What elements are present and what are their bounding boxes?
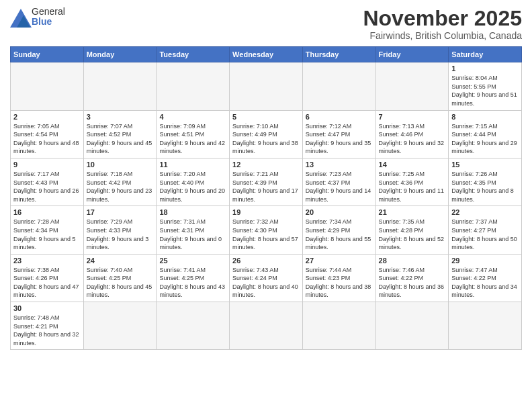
col-tuesday: Tuesday: [157, 47, 230, 62]
day-number: 4: [159, 113, 226, 121]
calendar-week-row: 30Sunrise: 7:48 AMSunset: 4:21 PMDayligh…: [11, 302, 522, 350]
day-number: 23: [13, 257, 81, 265]
calendar-day-cell: 13Sunrise: 7:23 AMSunset: 4:37 PMDayligh…: [302, 158, 375, 205]
logo-line2: Blue: [32, 17, 65, 27]
title-section: November 2025 Fairwinds, British Columbi…: [363, 7, 522, 41]
calendar-day-cell: 17Sunrise: 7:29 AMSunset: 4:33 PMDayligh…: [83, 206, 157, 254]
day-number: 22: [451, 208, 519, 216]
calendar-week-row: 23Sunrise: 7:38 AMSunset: 4:26 PMDayligh…: [11, 254, 522, 302]
day-number: 7: [379, 113, 446, 121]
calendar-day-cell: 26Sunrise: 7:43 AMSunset: 4:24 PMDayligh…: [230, 254, 303, 302]
day-info: Sunrise: 7:10 AMSunset: 4:49 PMDaylight:…: [232, 122, 300, 156]
day-info: Sunrise: 7:43 AMSunset: 4:24 PMDaylight:…: [232, 266, 300, 300]
calendar-day-cell: 12Sunrise: 7:21 AMSunset: 4:39 PMDayligh…: [230, 158, 303, 205]
day-number: 9: [13, 161, 81, 169]
day-number: 25: [159, 257, 226, 265]
day-info: Sunrise: 7:20 AMSunset: 4:40 PMDaylight:…: [159, 170, 226, 203]
day-number: 17: [87, 208, 154, 216]
col-friday: Friday: [375, 47, 449, 62]
day-info: Sunrise: 7:09 AMSunset: 4:51 PMDaylight:…: [159, 122, 226, 156]
calendar-day-cell: 21Sunrise: 7:35 AMSunset: 4:28 PMDayligh…: [375, 206, 449, 254]
calendar-day-cell: 2Sunrise: 7:05 AMSunset: 4:54 PMDaylight…: [11, 110, 84, 158]
month-title: November 2025: [363, 7, 522, 30]
day-info: Sunrise: 7:23 AMSunset: 4:37 PMDaylight:…: [306, 170, 373, 203]
day-info: Sunrise: 7:25 AMSunset: 4:36 PMDaylight:…: [379, 170, 446, 203]
location: Fairwinds, British Columbia, Canada: [363, 30, 522, 41]
calendar-day-cell: [230, 62, 303, 110]
calendar-day-cell: 16Sunrise: 7:28 AMSunset: 4:34 PMDayligh…: [11, 206, 84, 254]
day-number: 5: [232, 113, 300, 121]
day-number: 16: [13, 208, 81, 216]
day-info: Sunrise: 7:35 AMSunset: 4:28 PMDaylight:…: [379, 218, 446, 251]
day-info: Sunrise: 7:15 AMSunset: 4:44 PMDaylight:…: [451, 122, 519, 156]
page: General Blue November 2025 Fairwinds, Br…: [0, 0, 532, 411]
day-info: Sunrise: 7:18 AMSunset: 4:42 PMDaylight:…: [87, 170, 154, 203]
day-info: Sunrise: 7:47 AMSunset: 4:22 PMDaylight:…: [451, 266, 519, 300]
calendar-day-cell: [157, 302, 230, 350]
calendar-day-cell: [157, 62, 230, 110]
logo-icon: [10, 9, 29, 25]
day-info: Sunrise: 7:29 AMSunset: 4:33 PMDaylight:…: [87, 218, 154, 251]
day-number: 12: [232, 161, 300, 169]
calendar: Sunday Monday Tuesday Wednesday Thursday…: [10, 46, 522, 350]
day-info: Sunrise: 7:46 AMSunset: 4:22 PMDaylight:…: [379, 266, 446, 300]
calendar-day-cell: 1Sunrise: 8:04 AMSunset: 5:55 PMDaylight…: [449, 62, 522, 110]
day-info: Sunrise: 8:04 AMSunset: 5:55 PMDaylight:…: [451, 74, 519, 107]
calendar-day-cell: 3Sunrise: 7:07 AMSunset: 4:52 PMDaylight…: [83, 110, 157, 158]
day-number: 10: [87, 161, 154, 169]
calendar-day-cell: [302, 302, 375, 350]
col-thursday: Thursday: [302, 47, 375, 62]
calendar-day-cell: [375, 302, 449, 350]
col-wednesday: Wednesday: [230, 47, 303, 62]
day-info: Sunrise: 7:07 AMSunset: 4:52 PMDaylight:…: [87, 122, 154, 156]
day-number: 3: [87, 113, 154, 121]
day-number: 14: [379, 161, 446, 169]
logo-line1: General: [32, 7, 65, 17]
day-number: 15: [451, 161, 519, 169]
calendar-day-cell: 11Sunrise: 7:20 AMSunset: 4:40 PMDayligh…: [157, 158, 230, 205]
day-info: Sunrise: 7:32 AMSunset: 4:30 PMDaylight:…: [232, 218, 300, 251]
day-info: Sunrise: 7:41 AMSunset: 4:25 PMDaylight:…: [159, 266, 226, 300]
calendar-week-row: 16Sunrise: 7:28 AMSunset: 4:34 PMDayligh…: [11, 206, 522, 254]
col-sunday: Sunday: [11, 47, 84, 62]
day-number: 26: [232, 257, 300, 265]
day-info: Sunrise: 7:12 AMSunset: 4:47 PMDaylight:…: [306, 122, 373, 156]
day-number: 18: [159, 208, 226, 216]
calendar-day-cell: 10Sunrise: 7:18 AMSunset: 4:42 PMDayligh…: [83, 158, 157, 205]
calendar-day-cell: 27Sunrise: 7:44 AMSunset: 4:23 PMDayligh…: [302, 254, 375, 302]
calendar-day-cell: 28Sunrise: 7:46 AMSunset: 4:22 PMDayligh…: [375, 254, 449, 302]
day-info: Sunrise: 7:31 AMSunset: 4:31 PMDaylight:…: [159, 218, 226, 251]
day-info: Sunrise: 7:05 AMSunset: 4:54 PMDaylight:…: [13, 122, 81, 156]
calendar-day-cell: 5Sunrise: 7:10 AMSunset: 4:49 PMDaylight…: [230, 110, 303, 158]
day-info: Sunrise: 7:44 AMSunset: 4:23 PMDaylight:…: [306, 266, 373, 300]
calendar-day-cell: 25Sunrise: 7:41 AMSunset: 4:25 PMDayligh…: [157, 254, 230, 302]
day-number: 30: [13, 304, 81, 312]
day-number: 24: [87, 257, 154, 265]
calendar-day-cell: 29Sunrise: 7:47 AMSunset: 4:22 PMDayligh…: [449, 254, 522, 302]
col-saturday: Saturday: [449, 47, 522, 62]
calendar-day-cell: 19Sunrise: 7:32 AMSunset: 4:30 PMDayligh…: [230, 206, 303, 254]
calendar-day-cell: [230, 302, 303, 350]
calendar-week-row: 1Sunrise: 8:04 AMSunset: 5:55 PMDaylight…: [11, 62, 522, 110]
calendar-day-cell: 14Sunrise: 7:25 AMSunset: 4:36 PMDayligh…: [375, 158, 449, 205]
calendar-day-cell: [449, 302, 522, 350]
calendar-day-cell: 4Sunrise: 7:09 AMSunset: 4:51 PMDaylight…: [157, 110, 230, 158]
calendar-day-cell: [302, 62, 375, 110]
calendar-day-cell: 23Sunrise: 7:38 AMSunset: 4:26 PMDayligh…: [11, 254, 84, 302]
calendar-day-cell: 8Sunrise: 7:15 AMSunset: 4:44 PMDaylight…: [449, 110, 522, 158]
day-info: Sunrise: 7:17 AMSunset: 4:43 PMDaylight:…: [13, 170, 81, 203]
day-number: 2: [13, 113, 81, 121]
calendar-day-cell: [375, 62, 449, 110]
day-info: Sunrise: 7:38 AMSunset: 4:26 PMDaylight:…: [13, 266, 81, 300]
day-number: 21: [379, 208, 446, 216]
day-info: Sunrise: 7:40 AMSunset: 4:25 PMDaylight:…: [87, 266, 154, 300]
day-info: Sunrise: 7:48 AMSunset: 4:21 PMDaylight:…: [13, 314, 81, 347]
day-info: Sunrise: 7:13 AMSunset: 4:46 PMDaylight:…: [379, 122, 446, 156]
day-info: Sunrise: 7:37 AMSunset: 4:27 PMDaylight:…: [451, 218, 519, 251]
calendar-day-cell: [83, 302, 157, 350]
calendar-day-cell: 30Sunrise: 7:48 AMSunset: 4:21 PMDayligh…: [11, 302, 84, 350]
calendar-day-cell: 22Sunrise: 7:37 AMSunset: 4:27 PMDayligh…: [449, 206, 522, 254]
day-info: Sunrise: 7:34 AMSunset: 4:29 PMDaylight:…: [306, 218, 373, 251]
day-number: 29: [451, 257, 519, 265]
calendar-header-row: Sunday Monday Tuesday Wednesday Thursday…: [11, 47, 522, 62]
